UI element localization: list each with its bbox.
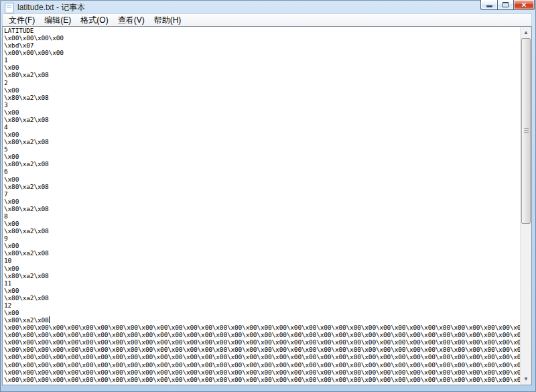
editor-line: 1 bbox=[4, 56, 520, 64]
editor-line: \x80\xa2\x08 bbox=[4, 249, 520, 257]
editor-line: \x00\x00\x00\x00\x00\x00\x00\x00\x00\x00… bbox=[4, 369, 520, 376]
menu-item-help[interactable]: 帮助(H) bbox=[149, 13, 186, 27]
editor-line: \x80\xa2\x08 bbox=[4, 316, 520, 324]
close-icon: ✕ bbox=[521, 1, 527, 9]
editor-line: \x00 bbox=[4, 86, 520, 94]
editor-line: 5 bbox=[4, 145, 520, 153]
editor-line: \x00\x00\x00\x00 bbox=[4, 49, 520, 56]
close-button[interactable]: ✕ bbox=[514, 0, 535, 10]
editor-line: LATITUDE bbox=[4, 27, 520, 34]
scroll-thumb[interactable] bbox=[521, 38, 531, 224]
editor-line: 9 bbox=[4, 235, 520, 242]
editor-line: \x00\x00\x00\x00\x00\x00\x00\x00\x00\x00… bbox=[4, 338, 520, 346]
minimize-icon bbox=[486, 5, 492, 7]
scroll-down-button[interactable]: ▼ bbox=[521, 373, 531, 385]
editor-line: 11 bbox=[4, 279, 520, 287]
editor-line: 12 bbox=[4, 302, 520, 309]
editor-line: \x00 bbox=[4, 198, 520, 205]
editor-line: \x00 bbox=[4, 176, 520, 183]
editor-line: 6 bbox=[4, 168, 520, 175]
maximize-icon bbox=[503, 2, 509, 7]
editor-line: \x00 bbox=[4, 131, 520, 138]
editor-line: 7 bbox=[4, 190, 520, 198]
editor-line: \xbd\x07 bbox=[4, 42, 520, 49]
editor-line: \x00 bbox=[4, 64, 520, 71]
editor-line: \x00 bbox=[4, 287, 520, 294]
editor-line: \x00 bbox=[4, 220, 520, 227]
menu-item-edit[interactable]: 编辑(E) bbox=[40, 13, 76, 27]
editor-line: \x80\xa2\x08 bbox=[4, 138, 520, 145]
editor-client-area: LATITUDE\x00\x00\x00\x00\xbd\x07\x00\x00… bbox=[2, 26, 532, 385]
caption-buttons: ✕ bbox=[480, 0, 535, 10]
editor-line: \x00\x00\x00\x00\x00\x00\x00\x00\x00\x00… bbox=[4, 324, 520, 331]
editor-line: \x80\xa2\x08 bbox=[4, 94, 520, 101]
editor-line: \x80\xa2\x08 bbox=[4, 160, 520, 168]
notepad-document-icon bbox=[5, 3, 14, 13]
window-title: latitude.txt - 记事本 bbox=[17, 2, 85, 13]
editor-line: \x80\xa2\x08 bbox=[4, 227, 520, 235]
editor-line: 2 bbox=[4, 79, 520, 86]
minimize-button[interactable] bbox=[480, 0, 497, 10]
editor-line: \x00 bbox=[4, 153, 520, 160]
editor-line: \x00 bbox=[4, 309, 520, 316]
editor-line: \x80\xa2\x08 bbox=[4, 116, 520, 123]
editor-line: \x00\x00\x00\x00\x00\x00\x00\x00\x00\x00… bbox=[4, 361, 520, 369]
editor-line: \x80\xa2\x08 bbox=[4, 272, 520, 279]
text-editor[interactable]: LATITUDE\x00\x00\x00\x00\xbd\x07\x00\x00… bbox=[3, 27, 520, 385]
editor-line: \x00\x00\x00\x00\x00\x00\x00\x00\x00\x00… bbox=[4, 331, 520, 338]
scroll-up-button[interactable]: ▲ bbox=[521, 27, 531, 38]
text-caret bbox=[49, 316, 50, 323]
editor-line: 8 bbox=[4, 212, 520, 220]
editor-line: \x00 bbox=[4, 242, 520, 249]
menu-item-format[interactable]: 格式(O) bbox=[76, 13, 113, 27]
editor-line: \x00\x00\x00\x00\x00\x00\x00\x00\x00\x00… bbox=[4, 376, 520, 383]
editor-line: \x00 bbox=[4, 265, 520, 272]
editor-line: 3 bbox=[4, 101, 520, 109]
menu-item-view[interactable]: 查看(V) bbox=[113, 13, 149, 27]
title-group: latitude.txt - 记事本 bbox=[5, 2, 85, 13]
editor-line: \x80\xa2\x08 bbox=[4, 205, 520, 212]
editor-line: \x00\x00\x00\x00 bbox=[4, 34, 520, 42]
menubar: 文件(F)编辑(E)格式(O)查看(V)帮助(H) bbox=[2, 13, 532, 26]
editor-line: \x00\x00\x00\x00\x00\x00\x00\x00\x00\x00… bbox=[4, 353, 520, 361]
editor-line: \x80\xa2\x08 bbox=[4, 294, 520, 302]
editor-line: 10 bbox=[4, 257, 520, 264]
vertical-scrollbar[interactable]: ▲ ▼ bbox=[520, 27, 531, 385]
maximize-button[interactable] bbox=[497, 0, 514, 10]
editor-line: \x00 bbox=[4, 109, 520, 116]
editor-line: \x00\x00\x00\x00\x00\x00\x00\x00\x00\x00… bbox=[4, 346, 520, 353]
scroll-thumb-gripper-icon bbox=[524, 128, 529, 134]
editor-line: \x80\xa2\x08 bbox=[4, 183, 520, 190]
notepad-window: latitude.txt - 记事本 ✕ 文件(F)编辑(E)格式(O)查看(V… bbox=[0, 0, 536, 392]
editor-line: \x80\xa2\x08 bbox=[4, 71, 520, 78]
editor-line: 4 bbox=[4, 123, 520, 131]
menu-item-file[interactable]: 文件(F) bbox=[4, 13, 40, 27]
titlebar[interactable]: latitude.txt - 记事本 ✕ bbox=[0, 0, 536, 13]
